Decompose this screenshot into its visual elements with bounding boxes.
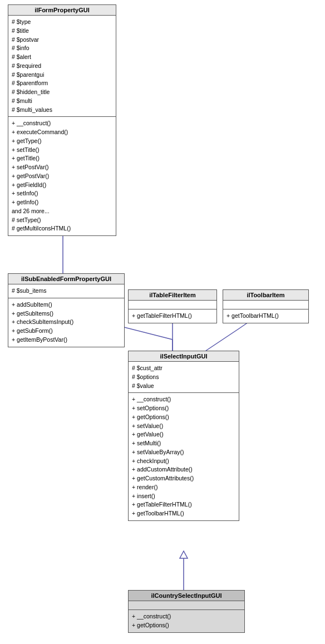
box-fields-ilToolbarItem	[223, 301, 308, 309]
box-title-ilToolbarItem: ilToolbarItem	[223, 290, 308, 301]
box-fields-ilTableFilterItem	[129, 301, 216, 309]
box-fields-ilCountrySelectInputGUI	[129, 601, 244, 610]
box-fields-ilSubEnabledFormPropertyGUI: # $sub_items	[8, 284, 124, 298]
box-methods-ilSelectInputGUI: + __construct() + setOptions() + getOpti…	[129, 393, 239, 520]
box-methods-ilTableFilterItem: + getTableFilterHTML()	[129, 309, 216, 323]
svg-marker-16	[180, 551, 188, 558]
box-title-ilFormPropertyGUI: ilFormPropertyGUI	[8, 5, 116, 16]
box-ilCountrySelectInputGUI: ilCountrySelectInputGUI + __construct() …	[128, 590, 245, 633]
box-ilSubEnabledFormPropertyGUI: ilSubEnabledFormPropertyGUI # $sub_items…	[8, 273, 125, 347]
box-fields-ilFormPropertyGUI: # $type # $title # $postvar # $info # $a…	[8, 16, 116, 117]
diagram-container: ilFormPropertyGUI # $type # $title # $po…	[0, 0, 325, 644]
box-title-ilCountrySelectInputGUI: ilCountrySelectInputGUI	[129, 591, 244, 601]
box-title-ilSelectInputGUI: ilSelectInputGUI	[129, 351, 239, 362]
box-methods-ilSubEnabledFormPropertyGUI: + addSubItem() + getSubItems() + checkSu…	[8, 298, 124, 347]
box-ilTableFilterItem: ilTableFilterItem + getTableFilterHTML()	[128, 289, 217, 323]
box-title-ilSubEnabledFormPropertyGUI: ilSubEnabledFormPropertyGUI	[8, 274, 124, 284]
box-fields-ilSelectInputGUI: # $cust_attr # $options # $value	[129, 362, 239, 393]
box-methods-ilFormPropertyGUI: + __construct() + executeCommand() + get…	[8, 117, 116, 235]
box-methods-ilCountrySelectInputGUI: + __construct() + getOptions()	[129, 610, 244, 632]
box-ilSelectInputGUI: ilSelectInputGUI # $cust_attr # $options…	[128, 351, 239, 521]
box-methods-ilToolbarItem: + getToolbarHTML()	[223, 309, 308, 323]
svg-line-11	[206, 328, 239, 351]
box-title-ilTableFilterItem: ilTableFilterItem	[129, 290, 216, 301]
box-ilFormPropertyGUI: ilFormPropertyGUI # $type # $title # $po…	[8, 4, 116, 236]
box-ilToolbarItem: ilToolbarItem + getToolbarHTML()	[223, 289, 309, 323]
